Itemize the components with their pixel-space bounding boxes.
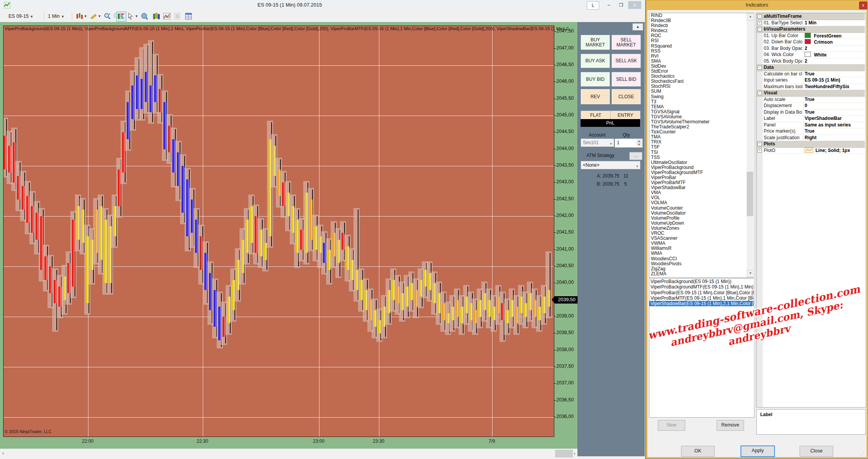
property-value[interactable]: True [805, 109, 863, 115]
indicator-list-item[interactable]: TickCounter [649, 130, 754, 135]
property-category[interactable]: −Visual [757, 90, 865, 97]
ok-button[interactable]: OK [681, 446, 715, 457]
horizontal-scrollbar[interactable]: ‹ [0, 449, 578, 459]
property-row[interactable]: Calculate on bar closeTrue [757, 71, 865, 78]
scrollbar-thumb[interactable] [555, 450, 573, 457]
indicator-list-item[interactable]: VOLMA [649, 200, 754, 205]
configured-indicator-item[interactable]: ViperProBar(ES 09-15 (1 Min),Color [Blue… [649, 290, 754, 295]
interval-selector[interactable]: 1 Min ▼ [48, 12, 65, 20]
indicator-list-item[interactable]: ZigZag [649, 266, 754, 271]
dialog-close-button[interactable]: Close [800, 446, 833, 457]
account-select[interactable]: Sim101▾ [581, 138, 614, 147]
bars-icon[interactable] [153, 12, 160, 20]
indicator-list-item[interactable]: WilliamsR [649, 246, 754, 251]
indicator-list-item[interactable]: RSquared [649, 44, 754, 49]
chart-trader-icon[interactable] [117, 12, 125, 20]
sell-market-button[interactable]: SELL MARKET [612, 35, 641, 50]
available-indicators-list[interactable]: RINDRindec3BRindecbRindeczROCRSIRSquared… [649, 13, 754, 278]
configured-indicator-item[interactable]: ViperShadowBar(ES 09-15 (1 Min),2,1 Min,… [649, 301, 754, 306]
chevron-down-icon[interactable]: ▼ [98, 12, 101, 20]
rev-button[interactable]: REV [581, 89, 610, 104]
indicator-list-item[interactable]: RSS [649, 49, 754, 54]
bar-style-icon[interactable] [76, 12, 83, 20]
collapse-icon[interactable]: − [758, 65, 762, 70]
dollar-icon[interactable]: $ [173, 12, 181, 20]
collapse-icon[interactable]: − [758, 91, 762, 95]
sell-ask-button[interactable]: SELL ASK [612, 54, 641, 68]
indicator-list-item[interactable]: T3 [649, 99, 754, 104]
close-button[interactable]: x [628, 1, 641, 9]
collapse-icon[interactable]: − [758, 27, 762, 31]
property-row[interactable]: Scale justificationRight [757, 135, 865, 142]
zoom-in-icon[interactable]: + [104, 12, 111, 20]
chart-plot-area[interactable] [3, 26, 554, 437]
property-category[interactable]: −bVisualParameters [757, 26, 865, 33]
property-value[interactable]: Crimson [805, 39, 863, 45]
indicator-list-item[interactable]: TGVSASignal [649, 109, 754, 114]
scrollbar-thumb[interactable] [747, 172, 753, 216]
maximize-button[interactable]: ❒ [616, 1, 627, 9]
indicator-list-item[interactable]: TSS [649, 155, 754, 160]
indicator-list-item[interactable]: WoodiesPivots [649, 261, 754, 266]
list-scrollbar[interactable]: ▲ ▼ [747, 13, 753, 276]
indicator-list-item[interactable]: SUM [649, 89, 754, 94]
indicator-list-item[interactable]: TMA [649, 135, 754, 140]
property-row[interactable]: Maximum bars look baTwoHundredFiftySix [757, 84, 865, 90]
property-value[interactable]: ViperShadowBar [805, 116, 863, 121]
property-row[interactable]: 01. Up Bar ColorForestGreen [757, 32, 865, 39]
indicator-list-item[interactable]: TSI [649, 150, 754, 155]
indicator-list-item[interactable]: RVI [649, 54, 754, 59]
scroll-right-icon[interactable]: › [574, 450, 575, 456]
configured-indicator-item[interactable]: ViperProBarMTF(ES 09-15 (1 Min),1 Min,Co… [649, 295, 754, 301]
expand-icon[interactable]: + [758, 148, 762, 153]
flat-button[interactable]: FLAT [581, 111, 611, 119]
property-value[interactable]: TwoHundredFiftySix [805, 84, 863, 89]
property-value[interactable]: ForestGreen [805, 33, 863, 39]
property-row[interactable]: 02. Down Bar ColorCrimson [757, 39, 865, 46]
indicator-list-item[interactable]: VolumeZones [649, 226, 754, 231]
indicator-list-item[interactable]: StochRSI [649, 84, 754, 89]
property-value[interactable]: 2 [805, 46, 863, 51]
indicator-list-item[interactable]: ZLEMA [649, 271, 754, 276]
entry-button[interactable]: ENTRY [610, 111, 640, 119]
indicator-list-item[interactable]: Rindecz [649, 28, 754, 33]
property-row[interactable]: Price marker(s)True [757, 128, 865, 135]
property-row[interactable]: +01. BarType Selection1 Min [757, 20, 865, 27]
property-value[interactable]: Right [805, 135, 863, 140]
panel-splitter[interactable] [754, 13, 756, 407]
indicator-list-item[interactable]: ViperProBackground [649, 165, 754, 170]
link-button[interactable]: L [587, 1, 599, 10]
cursor-icon[interactable] [127, 12, 134, 20]
buy-market-button[interactable]: BUY MARKET [581, 35, 610, 50]
indicator-list-item[interactable]: SMA [649, 59, 754, 64]
property-value[interactable]: Same as input series [805, 122, 863, 128]
quantity-stepper[interactable]: 1 ▲▼ [615, 138, 643, 148]
property-value[interactable]: 0 [805, 103, 863, 108]
configured-indicator-item[interactable]: ViperProBackgroundMTF(ES 09-15 (1 Min),1… [649, 284, 754, 290]
collapse-icon[interactable]: − [758, 142, 762, 146]
resize-grip-icon[interactable]: ⋰ [861, 452, 865, 456]
property-value[interactable]: White [805, 52, 863, 58]
property-category[interactable]: −Data [757, 64, 865, 71]
property-value[interactable]: Line; Solid; 1px [805, 148, 863, 153]
chevron-down-icon[interactable]: ▼ [135, 12, 138, 20]
property-row[interactable]: LabelViperShadowBar [757, 115, 865, 122]
indicator-list-item[interactable]: Swing [649, 94, 754, 99]
indicator-list-item[interactable]: TEMA [649, 104, 754, 109]
property-value[interactable]: 1 Min [805, 20, 863, 26]
property-value[interactable]: True [805, 71, 863, 77]
property-row[interactable]: Input seriesES 09-15 (1 Min) [757, 77, 865, 84]
apply-button[interactable]: Apply [741, 445, 775, 457]
collapse-panel-button[interactable]: ▲ [632, 23, 643, 31]
atm-more-button[interactable]: ... [629, 152, 642, 160]
dialog-close-icon[interactable]: x [859, 2, 867, 9]
close-button[interactable]: CLOSE [612, 89, 641, 104]
indicator-list-item[interactable]: TGVSAVolume [649, 114, 754, 119]
new-button[interactable]: New [658, 420, 685, 431]
indicator-list-item[interactable]: VolumeCounter [649, 206, 754, 211]
property-row[interactable]: Displacement0 [757, 102, 865, 109]
indicator-list-item[interactable]: VMA [649, 190, 754, 195]
property-value[interactable]: 2 [805, 58, 863, 64]
indicator-list-item[interactable]: WMA [649, 251, 754, 256]
indicator-list-item[interactable]: VolumeProfile [649, 216, 754, 221]
